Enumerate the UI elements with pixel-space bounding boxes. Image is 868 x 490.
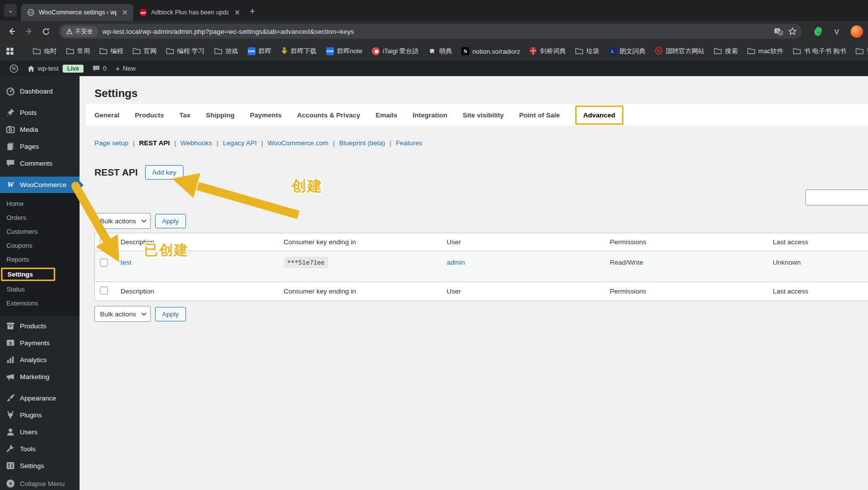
bookmark-item[interactable]: Nnotion.so/radiorz xyxy=(461,47,520,55)
row-checkbox[interactable] xyxy=(100,259,108,267)
bookmark-item[interactable]: 临时 xyxy=(33,47,57,56)
bookmark-item[interactable]: 书 电子书 购书 xyxy=(793,47,846,56)
apply-button[interactable]: Apply xyxy=(155,307,186,321)
browser-tab-woocommerce[interactable]: WooCommerce settings ‹ wp ✕ xyxy=(21,4,133,21)
forward-icon[interactable] xyxy=(22,24,36,38)
search-key-input[interactable] xyxy=(805,190,868,205)
tab-tax[interactable]: Tax xyxy=(179,111,190,119)
cambridge-icon xyxy=(529,47,537,56)
tab-close-icon[interactable]: ✕ xyxy=(233,8,242,16)
bulk-actions-select[interactable]: Bulk actions xyxy=(94,306,151,322)
bookmark-item[interactable]: 编程 学习 xyxy=(166,47,205,56)
bookmark-item[interactable]: 官网 xyxy=(133,47,157,56)
site-security-chip[interactable]: 不安全 xyxy=(61,26,98,37)
bookmark-item[interactable]: 编程 xyxy=(99,47,123,56)
tab-point-of-sale[interactable]: Point of Sale xyxy=(519,111,560,119)
sidebar-item-pages[interactable]: Pages xyxy=(0,138,80,155)
select-all-checkbox[interactable] xyxy=(100,287,108,294)
tab-search-chevron-icon[interactable]: ⌄ xyxy=(4,4,17,17)
table-footer-row: Description Consumer key ending in User … xyxy=(95,282,868,301)
sidebar-item-tools[interactable]: Tools xyxy=(0,440,80,457)
evernote-extension-icon[interactable] xyxy=(812,25,824,37)
bookmark-item[interactable]: iTaigi 愛台語 xyxy=(372,47,419,56)
select-all-checkbox[interactable] xyxy=(100,237,108,245)
sidebar-item-woo-customers[interactable]: Customers xyxy=(0,224,80,238)
v-extension-icon[interactable]: V xyxy=(831,25,843,37)
sidebar-item-media[interactable]: Media xyxy=(0,121,80,138)
tab-payments[interactable]: Payments xyxy=(250,111,282,119)
new-content-button[interactable]: + New xyxy=(111,61,140,76)
site-link[interactable]: wp-test Live xyxy=(23,61,88,76)
collapse-menu-button[interactable]: Collapse Menu xyxy=(0,475,80,490)
key-user-link[interactable]: admin xyxy=(447,259,465,266)
comments-counter[interactable]: 0 xyxy=(88,61,111,76)
sidebar-item-analytics[interactable]: Analytics xyxy=(0,351,80,368)
sidebar-item-settings[interactable]: Settings xyxy=(0,457,80,474)
sidebar-item-appearance[interactable]: Appearance xyxy=(0,390,80,406)
sidebar-item-products[interactable]: Products xyxy=(0,317,80,334)
tab-general[interactable]: General xyxy=(94,111,119,119)
bookmark-item[interactable]: DSM群晖 xyxy=(248,47,271,56)
bookmark-item[interactable]: 剑桥词典 xyxy=(529,47,566,56)
tab-advanced[interactable]: Advanced xyxy=(583,111,615,119)
subnav-features[interactable]: Features xyxy=(396,139,422,147)
sidebar-item-woo-extensions[interactable]: Extensions xyxy=(0,296,80,310)
bookmark-star-icon[interactable] xyxy=(788,27,797,36)
bookmark-item[interactable]: 游戏 xyxy=(214,47,238,56)
bulk-actions-select[interactable]: Bulk actions xyxy=(94,213,151,229)
sidebar-item-marketing[interactable]: Marketing xyxy=(0,368,80,385)
bookmark-item[interactable]: 资讯 设计 xyxy=(856,47,868,56)
bookmark-item[interactable]: 萌萌典 xyxy=(428,47,452,56)
tab-site-visibility[interactable]: Site visibility xyxy=(463,111,504,119)
sidebar-item-dashboard[interactable]: Dashboard xyxy=(0,83,80,99)
add-key-button[interactable]: Add key xyxy=(145,165,183,180)
sidebar-item-woocommerce[interactable]: W WooCommerce xyxy=(0,177,80,193)
subnav-rest-api[interactable]: REST API xyxy=(139,139,170,147)
rest-api-section-header: REST API Add key xyxy=(94,165,868,180)
sidebar-item-posts[interactable]: Posts xyxy=(0,104,80,121)
sidebar-item-woo-status[interactable]: Status xyxy=(0,282,80,296)
bookmark-item[interactable]: L朗文詞典 xyxy=(608,47,645,56)
bookmark-item[interactable]: 常用 xyxy=(66,47,90,56)
browser-tab-adblock[interactable]: ABP Adblock Plus has been updat ✕ xyxy=(133,4,246,21)
sidebar-item-woo-coupons[interactable]: Coupons xyxy=(0,238,80,252)
sidebar-item-woo-settings[interactable]: Settings xyxy=(0,266,80,282)
tab-close-icon[interactable]: ✕ xyxy=(120,8,129,16)
new-tab-button[interactable]: + xyxy=(250,6,255,17)
guopin-icon xyxy=(655,47,663,56)
apply-button[interactable]: Apply xyxy=(155,214,186,228)
sidebar-item-woo-home[interactable]: Home xyxy=(0,196,80,210)
sidebar-item-woo-orders[interactable]: Orders xyxy=(0,210,80,224)
subnav-blueprint[interactable]: Blueprint (beta) xyxy=(339,139,385,147)
sidebar-item-payments[interactable]: $ Payments xyxy=(0,334,80,351)
subnav-page-setup[interactable]: Page setup xyxy=(94,139,128,147)
tab-integration[interactable]: Integration xyxy=(413,111,447,119)
bookmark-item[interactable]: 国聘官方网站 xyxy=(655,47,704,56)
subnav-woocommerce-com[interactable]: WooCommerce.com xyxy=(267,139,329,147)
apps-grid-icon[interactable] xyxy=(6,47,14,55)
sidebar-item-plugins[interactable]: Plugins xyxy=(0,406,80,423)
bookmark-item[interactable]: mac软件 xyxy=(747,47,783,56)
bookmark-item[interactable]: DSM群晖note xyxy=(326,47,362,56)
subnav-webhooks[interactable]: Webhooks xyxy=(180,139,212,147)
tab-accounts-privacy[interactable]: Accounts & Privacy xyxy=(297,111,360,119)
sidebar-item-users[interactable]: Users xyxy=(0,423,80,440)
bookmark-item[interactable]: 搜索 xyxy=(714,47,738,56)
sidebar-item-comments[interactable]: Comments xyxy=(0,155,80,172)
url-bar[interactable]: 不安全 wp-test.local/wp-admin/admin.php?pag… xyxy=(59,24,802,39)
itaigi-icon xyxy=(372,47,380,55)
tab-products[interactable]: Products xyxy=(135,111,164,119)
page-title: Settings xyxy=(94,88,868,99)
sidebar-item-woo-reports[interactable]: Reports xyxy=(0,252,80,266)
reload-icon[interactable] xyxy=(39,24,53,38)
bookmark-item[interactable]: 群晖下载 xyxy=(281,47,317,56)
tab-shipping[interactable]: Shipping xyxy=(206,111,235,119)
back-icon[interactable] xyxy=(5,24,19,38)
translate-icon[interactable]: 文G xyxy=(774,27,783,36)
key-description-link[interactable]: test xyxy=(121,259,132,266)
tab-emails[interactable]: Emails xyxy=(375,111,397,119)
wordpress-logo-icon[interactable]: W xyxy=(5,61,23,76)
bookmark-item[interactable]: 垃圾 xyxy=(575,47,599,56)
subnav-legacy-api[interactable]: Legacy API xyxy=(223,139,257,147)
profile-avatar[interactable] xyxy=(851,25,863,38)
